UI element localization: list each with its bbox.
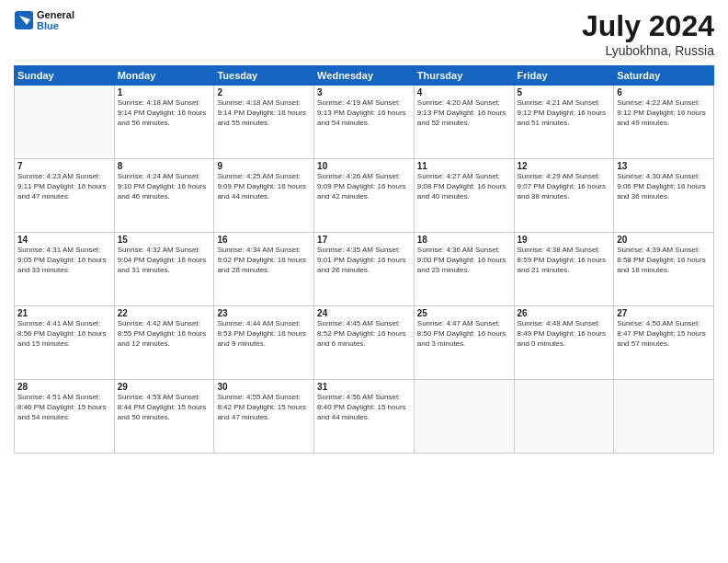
day-info: Sunrise: 4:44 AM Sunset: 8:53 PM Dayligh… <box>217 319 311 349</box>
calendar-cell: 1Sunrise: 4:18 AM Sunset: 9:14 PM Daylig… <box>114 86 214 159</box>
day-info: Sunrise: 4:35 AM Sunset: 9:01 PM Dayligh… <box>317 246 411 275</box>
day-info: Sunrise: 4:48 AM Sunset: 8:49 PM Dayligh… <box>518 319 611 349</box>
col-header-sunday: Sunday <box>15 66 115 86</box>
day-number: 25 <box>417 308 511 318</box>
calendar-cell: 26Sunrise: 4:48 AM Sunset: 8:49 PM Dayli… <box>514 306 614 380</box>
day-info: Sunrise: 4:20 AM Sunset: 9:13 PM Dayligh… <box>417 98 511 128</box>
day-info: Sunrise: 4:23 AM Sunset: 9:11 PM Dayligh… <box>17 172 111 201</box>
day-number: 18 <box>417 235 511 245</box>
calendar-cell: 15Sunrise: 4:32 AM Sunset: 9:04 PM Dayli… <box>114 233 214 306</box>
calendar-cell: 21Sunrise: 4:41 AM Sunset: 8:56 PM Dayli… <box>15 306 115 380</box>
day-number: 5 <box>518 87 611 98</box>
calendar-cell: 19Sunrise: 4:38 AM Sunset: 8:59 PM Dayli… <box>514 233 614 306</box>
calendar-cell: 25Sunrise: 4:47 AM Sunset: 8:50 PM Dayli… <box>414 306 514 380</box>
calendar-cell: 8Sunrise: 4:24 AM Sunset: 9:10 PM Daylig… <box>114 159 214 233</box>
header: General Blue July 2024 Lyubokhna, Russia <box>14 9 714 58</box>
calendar-cell: 31Sunrise: 4:56 AM Sunset: 8:40 PM Dayli… <box>314 380 415 454</box>
calendar-cell: 27Sunrise: 4:50 AM Sunset: 8:47 PM Dayli… <box>614 306 714 380</box>
day-number: 9 <box>217 161 311 171</box>
day-info: Sunrise: 4:32 AM Sunset: 9:04 PM Dayligh… <box>118 246 211 275</box>
day-number: 7 <box>17 161 111 171</box>
day-info: Sunrise: 4:42 AM Sunset: 8:55 PM Dayligh… <box>118 319 211 349</box>
calendar-cell: 29Sunrise: 4:53 AM Sunset: 8:44 PM Dayli… <box>114 380 214 454</box>
day-info: Sunrise: 4:30 AM Sunset: 9:06 PM Dayligh… <box>617 172 711 201</box>
calendar-cell: 7Sunrise: 4:23 AM Sunset: 9:11 PM Daylig… <box>15 159 115 233</box>
day-info: Sunrise: 4:27 AM Sunset: 9:08 PM Dayligh… <box>417 172 511 201</box>
day-info: Sunrise: 4:18 AM Sunset: 9:14 PM Dayligh… <box>217 98 311 128</box>
day-info: Sunrise: 4:47 AM Sunset: 8:50 PM Dayligh… <box>417 319 511 349</box>
title-block: July 2024 Lyubokhna, Russia <box>582 9 714 58</box>
day-info: Sunrise: 4:22 AM Sunset: 9:12 PM Dayligh… <box>617 98 711 128</box>
day-info: Sunrise: 4:24 AM Sunset: 9:10 PM Dayligh… <box>118 172 211 201</box>
col-header-monday: Monday <box>114 66 214 86</box>
day-info: Sunrise: 4:39 AM Sunset: 8:58 PM Dayligh… <box>617 246 711 275</box>
day-number: 22 <box>118 308 211 318</box>
calendar-cell <box>614 380 714 454</box>
day-number: 6 <box>617 87 711 98</box>
day-info: Sunrise: 4:25 AM Sunset: 9:09 PM Dayligh… <box>217 172 311 201</box>
day-number: 29 <box>118 382 211 392</box>
week-row-4: 28Sunrise: 4:51 AM Sunset: 8:46 PM Dayli… <box>15 380 714 454</box>
week-row-0: 1Sunrise: 4:18 AM Sunset: 9:14 PM Daylig… <box>15 86 714 159</box>
calendar-cell: 16Sunrise: 4:34 AM Sunset: 9:02 PM Dayli… <box>214 233 314 306</box>
calendar-cell <box>414 380 514 454</box>
calendar-cell <box>514 380 614 454</box>
calendar-cell: 28Sunrise: 4:51 AM Sunset: 8:46 PM Dayli… <box>15 380 115 454</box>
day-info: Sunrise: 4:41 AM Sunset: 8:56 PM Dayligh… <box>17 319 111 349</box>
calendar-cell: 30Sunrise: 4:55 AM Sunset: 8:42 PM Dayli… <box>214 380 314 454</box>
calendar-cell: 17Sunrise: 4:35 AM Sunset: 9:01 PM Dayli… <box>314 233 415 306</box>
col-header-tuesday: Tuesday <box>214 66 314 86</box>
calendar-cell: 3Sunrise: 4:19 AM Sunset: 9:13 PM Daylig… <box>314 86 415 159</box>
day-number: 8 <box>118 161 211 171</box>
day-info: Sunrise: 4:19 AM Sunset: 9:13 PM Dayligh… <box>317 98 411 128</box>
calendar-cell <box>15 86 115 159</box>
calendar-cell: 20Sunrise: 4:39 AM Sunset: 8:58 PM Dayli… <box>614 233 714 306</box>
day-number: 24 <box>317 308 411 318</box>
calendar-cell: 4Sunrise: 4:20 AM Sunset: 9:13 PM Daylig… <box>414 86 514 159</box>
week-row-2: 14Sunrise: 4:31 AM Sunset: 9:05 PM Dayli… <box>15 233 714 306</box>
calendar-cell: 14Sunrise: 4:31 AM Sunset: 9:05 PM Dayli… <box>15 233 115 306</box>
day-number: 31 <box>317 382 411 392</box>
day-number: 4 <box>417 87 511 98</box>
calendar-cell: 2Sunrise: 4:18 AM Sunset: 9:14 PM Daylig… <box>214 86 314 159</box>
day-number: 21 <box>17 308 111 318</box>
day-info: Sunrise: 4:31 AM Sunset: 9:05 PM Dayligh… <box>17 246 111 275</box>
col-header-thursday: Thursday <box>414 66 514 86</box>
day-number: 15 <box>118 235 211 245</box>
day-number: 11 <box>417 161 511 171</box>
calendar-cell: 11Sunrise: 4:27 AM Sunset: 9:08 PM Dayli… <box>414 159 514 233</box>
calendar-cell: 13Sunrise: 4:30 AM Sunset: 9:06 PM Dayli… <box>614 159 714 233</box>
logo-blue: Blue <box>37 20 74 31</box>
day-info: Sunrise: 4:21 AM Sunset: 9:12 PM Dayligh… <box>518 98 611 128</box>
col-header-friday: Friday <box>514 66 614 86</box>
day-info: Sunrise: 4:26 AM Sunset: 9:09 PM Dayligh… <box>317 172 411 201</box>
calendar-table: SundayMondayTuesdayWednesdayThursdayFrid… <box>14 65 714 454</box>
day-info: Sunrise: 4:51 AM Sunset: 8:46 PM Dayligh… <box>17 393 111 422</box>
day-number: 30 <box>217 382 311 392</box>
day-info: Sunrise: 4:53 AM Sunset: 8:44 PM Dayligh… <box>118 393 211 422</box>
calendar-cell: 10Sunrise: 4:26 AM Sunset: 9:09 PM Dayli… <box>314 159 415 233</box>
day-info: Sunrise: 4:50 AM Sunset: 8:47 PM Dayligh… <box>617 319 711 349</box>
logo-general: General <box>37 9 74 20</box>
day-number: 2 <box>217 87 311 98</box>
logo-svg <box>14 10 34 30</box>
week-row-1: 7Sunrise: 4:23 AM Sunset: 9:11 PM Daylig… <box>15 159 714 233</box>
day-info: Sunrise: 4:45 AM Sunset: 8:52 PM Dayligh… <box>317 319 411 349</box>
day-info: Sunrise: 4:18 AM Sunset: 9:14 PM Dayligh… <box>118 98 211 128</box>
location: Lyubokhna, Russia <box>582 43 714 58</box>
day-number: 12 <box>518 161 611 171</box>
day-number: 10 <box>317 161 411 171</box>
calendar-cell: 12Sunrise: 4:29 AM Sunset: 9:07 PM Dayli… <box>514 159 614 233</box>
day-info: Sunrise: 4:36 AM Sunset: 9:00 PM Dayligh… <box>417 246 511 275</box>
day-number: 14 <box>17 235 111 245</box>
calendar-container: General Blue July 2024 Lyubokhna, Russia… <box>0 0 728 563</box>
calendar-cell: 22Sunrise: 4:42 AM Sunset: 8:55 PM Dayli… <box>114 306 214 380</box>
calendar-cell: 9Sunrise: 4:25 AM Sunset: 9:09 PM Daylig… <box>214 159 314 233</box>
day-number: 16 <box>217 235 311 245</box>
day-number: 27 <box>617 308 711 318</box>
col-header-wednesday: Wednesday <box>314 66 415 86</box>
day-number: 3 <box>317 87 411 98</box>
calendar-cell: 18Sunrise: 4:36 AM Sunset: 9:00 PM Dayli… <box>414 233 514 306</box>
day-info: Sunrise: 4:55 AM Sunset: 8:42 PM Dayligh… <box>217 393 311 422</box>
calendar-cell: 24Sunrise: 4:45 AM Sunset: 8:52 PM Dayli… <box>314 306 415 380</box>
